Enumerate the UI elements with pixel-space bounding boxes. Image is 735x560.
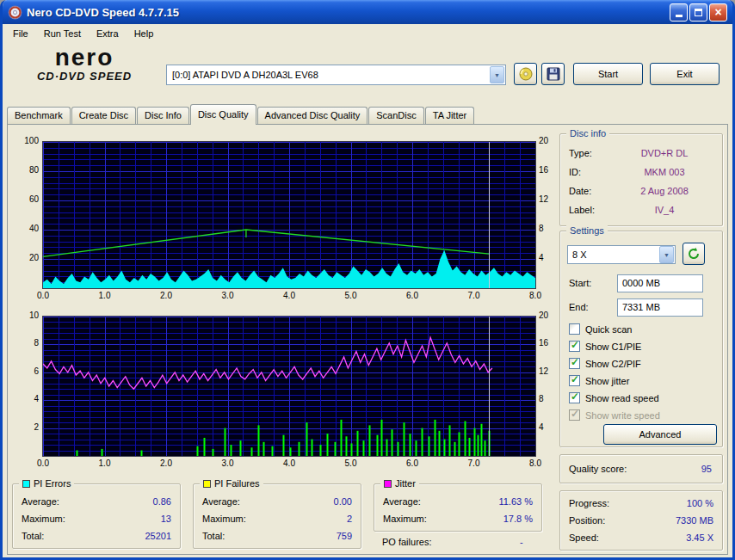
chevron-down-icon[interactable]: ▼ [490, 66, 504, 83]
tick-label: 5.0 [337, 458, 366, 468]
disc-info-legend: Disc info [566, 128, 609, 138]
quality-score-value: 95 [701, 464, 712, 474]
checkbox-box[interactable]: ✓ [569, 392, 580, 403]
checkbox-box[interactable]: ✓ [569, 358, 580, 369]
advanced-button[interactable]: Advanced [603, 424, 717, 445]
jitter-maximum-label: Maximum: [383, 514, 427, 524]
minimize-button[interactable] [670, 3, 688, 22]
tick-label: 80 [9, 165, 39, 175]
tick-label: 8.0 [521, 458, 550, 468]
disc-id-value: MKM 003 [614, 167, 715, 177]
start-button[interactable]: Start [573, 63, 643, 85]
tab-scandisc[interactable]: ScanDisc [368, 107, 423, 124]
tick-label: 4.0 [275, 291, 304, 300]
speed-select[interactable]: 8 X ▼ [567, 245, 676, 264]
tick-label: 2 [9, 422, 39, 432]
checkbox-show-jitter[interactable]: ✓ Show jitter [569, 374, 629, 387]
drive-select[interactable]: [0:0] ATAPI DVD A DH20A3L EV68 ▼ [166, 65, 506, 85]
tick-label: 20 [539, 311, 556, 320]
pi-errors-legend: PI Errors [19, 478, 74, 489]
close-button[interactable]: × [709, 3, 727, 22]
menu-help[interactable]: Help [127, 26, 162, 41]
pif-average-value: 0.00 [334, 496, 352, 507]
chevron-down-icon[interactable]: ▼ [659, 246, 674, 263]
eject-disc-button[interactable] [514, 63, 537, 85]
check-icon: ✓ [571, 356, 579, 368]
tick-label: 2.0 [151, 458, 181, 468]
checkbox-label: Show jitter [585, 376, 629, 386]
tick-label: 7.0 [460, 458, 489, 468]
tab-ta-jitter[interactable]: TA Jitter [425, 107, 475, 124]
po-failures-label: PO failures: [382, 537, 431, 547]
nero-logo-wordmark: nero [12, 46, 157, 70]
check-icon: ✓ [571, 391, 579, 403]
pie-total-value: 25201 [145, 531, 171, 541]
maximize-icon [695, 9, 702, 16]
save-button[interactable] [541, 63, 565, 85]
check-icon: ✓ [571, 339, 579, 351]
quality-score-group: Quality score: 95 [559, 454, 723, 483]
disc-date-value: 2 Aug 2008 [614, 186, 715, 196]
tick-label: 6.0 [398, 291, 427, 300]
speed-value: 3.45 X [686, 532, 713, 543]
speed-label: Speed: [569, 532, 599, 543]
start-field[interactable]: 0000 MB [617, 274, 703, 292]
minimize-icon [676, 15, 682, 17]
tab-disc-quality[interactable]: Disc Quality [190, 104, 256, 125]
titlebar[interactable]: Nero CD-DVD Speed 4.7.7.15 × [3, 0, 732, 24]
pi-failures-legend-text: PI Failures [214, 478, 260, 489]
tab-disc-info[interactable]: Disc Info [137, 107, 189, 124]
pie-average-value: 0.86 [153, 496, 171, 507]
tick-label: 7.0 [460, 291, 489, 300]
tick-label: 20 [539, 136, 556, 145]
disc-info-group: Disc info Type: DVD+R DL ID: MKM 003 Dat… [559, 133, 723, 226]
exit-button[interactable]: Exit [650, 63, 720, 85]
po-failures-value: - [520, 537, 523, 547]
tick-label: 4.0 [275, 458, 304, 468]
tab-create-disc[interactable]: Create Disc [71, 107, 136, 124]
pi-failures-legend: PI Failures [200, 478, 263, 489]
checkbox-box[interactable]: ✓ [569, 341, 580, 352]
disc-type-value: DVD+R DL [614, 148, 715, 158]
checkbox-label: Show read speed [585, 393, 659, 403]
pi-errors-group: PI Errors Average: 0.86 Maximum: 13 Tota… [12, 483, 181, 549]
speed-select-value: 8 X [568, 249, 658, 260]
tick-label: 0.0 [28, 458, 58, 468]
maximize-button[interactable] [689, 3, 707, 22]
pif-average-label: Average: [202, 496, 240, 507]
checkbox-show-write-speed: ✓ Show write speed [569, 409, 660, 422]
checkbox-box[interactable]: ✓ [569, 375, 580, 386]
quality-score-label: Quality score: [569, 464, 627, 474]
nero-logo-subtitle: CD·DVD SPEED [12, 70, 157, 83]
disc-type-label: Type: [569, 148, 592, 158]
end-field-label: End: [569, 302, 589, 312]
jitter-swatch [384, 480, 392, 488]
tick-label: 6.0 [398, 458, 427, 468]
tick-label: 16 [539, 165, 556, 175]
tab-benchmark[interactable]: Benchmark [7, 107, 71, 124]
settings-group: Settings 8 X ▼ Start: 0000 MB End: 7331 … [559, 231, 723, 447]
window-title: Nero CD-DVD Speed 4.7.7.15 [27, 6, 670, 19]
checkbox-box: ✓ [569, 409, 580, 421]
refresh-button[interactable] [682, 243, 705, 265]
tab-advanced-disc-quality[interactable]: Advanced Disc Quality [257, 107, 368, 124]
disc-quality-top-chart [42, 141, 536, 289]
tab-strip: Benchmark Create Disc Disc Info Disc Qua… [7, 104, 475, 124]
menu-file[interactable]: File [5, 26, 36, 41]
pie-maximum-label: Maximum: [22, 514, 65, 524]
checkbox-box[interactable]: ✓ [569, 323, 580, 335]
checkbox-quick-scan[interactable]: ✓ Quick scan [569, 323, 632, 335]
tick-label: 12 [539, 366, 556, 376]
pie-total-label: Total: [22, 531, 44, 541]
menu-run-test[interactable]: Run Test [36, 26, 89, 41]
tick-label: 8 [539, 394, 556, 403]
end-field[interactable]: 7331 MB [617, 298, 703, 317]
tick-label: 6 [9, 366, 39, 376]
checkbox-show-c1-pie[interactable]: ✓ Show C1/PIE [569, 340, 641, 353]
menu-extra[interactable]: Extra [89, 26, 127, 41]
jitter-legend: Jitter [380, 478, 419, 489]
progress-group: Progress: 100 % Position: 7330 MB Speed:… [559, 490, 723, 551]
checkbox-show-read-speed[interactable]: ✓ Show read speed [569, 391, 659, 404]
checkbox-show-c2-pif[interactable]: ✓ Show C2/PIF [569, 357, 641, 370]
tick-label: 100 [9, 136, 39, 145]
